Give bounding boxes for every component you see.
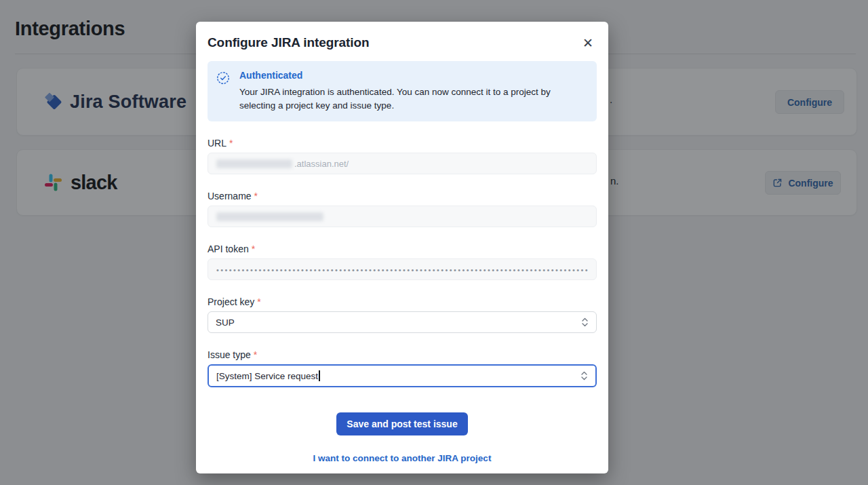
required-marker: * [254,191,258,201]
url-visible-suffix: .atlassian.net/ [294,159,349,169]
banner-title: Authenticated [239,70,580,81]
username-label: Username* [208,191,597,201]
issue-type-select[interactable]: [System] Service request [208,364,597,387]
username-field-group: Username* [208,191,597,227]
save-and-post-test-issue-button[interactable]: Save and post test issue [336,412,467,435]
configure-jira-modal: Configure JIRA integration ✕ Authenticat… [196,22,608,473]
authenticated-banner: Authenticated Your JIRA integration is a… [208,61,597,121]
url-label: URL* [208,138,597,149]
project-key-value: SUP [216,317,235,328]
project-key-field-group: Project key* SUP [208,296,597,333]
issue-type-label: Issue type* [208,349,597,360]
required-marker: * [229,138,233,149]
api-token-input[interactable]: ••••••••••••••••••••••••••••••••••••••••… [208,258,597,280]
project-key-label: Project key* [208,296,597,307]
api-token-field-group: API token* •••••••••••••••••••••••••••••… [208,244,597,280]
chevron-updown-icon [580,370,588,381]
required-marker: * [254,349,257,360]
close-icon[interactable]: ✕ [580,35,596,51]
project-key-select[interactable]: SUP [208,311,597,333]
api-token-label: API token* [208,244,597,254]
banner-body: Your JIRA integration is authenticated. … [239,85,580,112]
url-input[interactable]: .atlassian.net/ [208,153,597,174]
chevron-updown-icon [581,317,589,328]
redacted-text-blur [216,159,292,168]
required-marker: * [257,296,260,307]
connect-another-project-link[interactable]: I want to connect to another JIRA projec… [208,453,597,463]
badge-check-icon [216,70,231,112]
masked-password-dots: ••••••••••••••••••••••••••••••••••••••••… [216,265,588,274]
url-field-group: URL* .atlassian.net/ [208,138,597,174]
redacted-text-blur [216,212,323,221]
issue-type-field-group: Issue type* [System] Service request [208,349,597,387]
required-marker: * [252,244,255,254]
username-input[interactable] [208,206,597,227]
text-cursor [319,370,320,381]
issue-type-value: [System] Service request [216,370,320,381]
modal-title: Configure JIRA integration [208,35,369,50]
